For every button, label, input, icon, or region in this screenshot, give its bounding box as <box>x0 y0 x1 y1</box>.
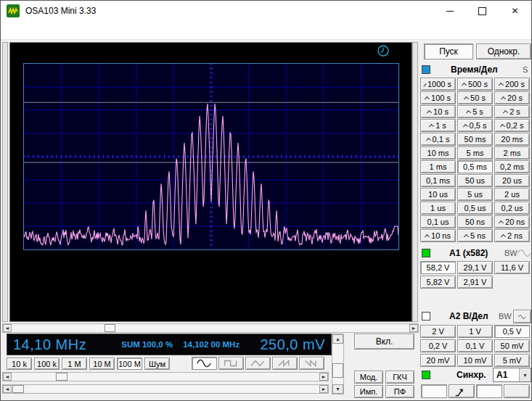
a1-gain-button[interactable]: 5,82 V <box>420 276 456 289</box>
sine-wave-button[interactable] <box>192 357 217 370</box>
close-button[interactable]: ✕ <box>499 1 531 21</box>
maximize-button[interactable] <box>466 1 499 21</box>
timebase-button[interactable]: 1 us <box>420 202 456 215</box>
timebase-button[interactable]: 0,5 us <box>457 202 493 215</box>
sync-button[interactable] <box>504 384 530 398</box>
timebase-button[interactable]: 2 ns <box>494 229 530 242</box>
sync-button[interactable] <box>421 384 447 398</box>
sync-checkbox[interactable] <box>422 371 430 379</box>
sync-source-dropdown[interactable]: A1 ▼ <box>493 368 531 382</box>
a2-volts-button[interactable]: 10 mV <box>457 354 493 367</box>
menu-item[interactable] <box>30 28 43 33</box>
single-shot-button[interactable]: Однокр. <box>476 44 531 59</box>
timebase-button[interactable]: 0,2 ms <box>494 160 530 173</box>
scroll-left-icon[interactable]: ◄ <box>3 385 12 393</box>
generator-v-scrollbar[interactable]: ▲ ▼ <box>332 334 344 394</box>
mode-button[interactable]: ГКЧ <box>385 371 414 384</box>
timebase-button[interactable]: 0,1 ms <box>420 174 456 187</box>
scope-h-scrollbar[interactable]: ◄ ► <box>2 323 419 333</box>
a2-volts-button[interactable]: 0,1 V <box>457 339 493 352</box>
timebase-button[interactable]: 10 us <box>420 188 456 201</box>
a2-volts-button[interactable]: 0,2 V <box>420 339 456 352</box>
triangle-wave-button[interactable] <box>245 357 271 370</box>
a2-volts-button[interactable]: 2 V <box>420 325 456 338</box>
timebase-button[interactable]: 5 us <box>457 188 493 201</box>
timebase-button[interactable]: 20 ms <box>494 133 530 146</box>
ramp-up-wave-button[interactable] <box>272 357 298 370</box>
a2-bw-button[interactable] <box>513 310 531 323</box>
timebase-button[interactable]: 20 s <box>494 91 530 104</box>
timebase-button[interactable]: 2 s <box>494 105 530 118</box>
timebase-button[interactable]: 50 s <box>457 91 493 104</box>
timebase-button[interactable]: 1 ms <box>420 160 456 173</box>
a1-gain-button[interactable]: 58,2 V <box>420 261 456 274</box>
sync-button[interactable] <box>476 384 502 398</box>
scroll-up-icon[interactable]: ▲ <box>332 334 343 344</box>
timebase-button[interactable]: 2 us <box>494 188 530 201</box>
a1-gain-button[interactable]: 2,91 V <box>457 276 493 289</box>
range-button[interactable]: 10 M <box>89 357 115 370</box>
timebase-button[interactable]: 5 s <box>457 105 493 118</box>
timebase-button[interactable]: 0,2 s <box>494 119 530 132</box>
menu-item[interactable] <box>17 28 30 33</box>
timebase-button[interactable]: 1 s <box>420 119 456 132</box>
timebase-button[interactable]: 500 s <box>457 78 493 91</box>
menu-item[interactable] <box>43 28 56 33</box>
timebase-button[interactable]: 0,1 us <box>420 215 456 228</box>
a2-checkbox[interactable] <box>422 312 430 321</box>
scroll-right-icon[interactable]: ► <box>319 373 328 381</box>
timebase-button[interactable]: 50 us <box>457 174 493 187</box>
a1-gain-button[interactable]: 11,6 V <box>494 261 530 274</box>
chevron-down-icon[interactable]: ▼ <box>519 368 531 381</box>
timebase-button[interactable]: 5 ms <box>457 146 493 160</box>
square-wave-button[interactable] <box>218 357 244 370</box>
scroll-down-icon[interactable]: ▼ <box>332 384 343 394</box>
scroll-right-icon[interactable]: ► <box>319 385 328 393</box>
timebase-button[interactable]: 1000 s <box>420 78 456 91</box>
a1-gain-button[interactable]: 29,1 V <box>457 261 493 274</box>
generator-frequency-thumb[interactable] <box>56 373 67 381</box>
timebase-button[interactable]: 0,1 s <box>420 133 456 146</box>
minimize-button[interactable] <box>433 1 466 21</box>
timebase-button[interactable]: 100 s <box>420 91 456 104</box>
left-level-trackbar[interactable] <box>2 42 8 322</box>
a2-volts-button[interactable]: 50 mV <box>494 339 530 352</box>
mode-button[interactable]: Мод. <box>354 371 383 384</box>
generator-amplitude-scrollbar[interactable]: ◄ ► <box>2 384 329 394</box>
a2-volts-button[interactable]: 5 mV <box>494 354 530 367</box>
scope-h-scrollbar-thumb[interactable] <box>105 324 115 332</box>
scroll-left-icon[interactable]: ◄ <box>3 373 12 381</box>
fft-plot[interactable] <box>23 63 399 250</box>
timebase-button[interactable]: 0,5 ms <box>457 160 493 173</box>
generator-v-thumb[interactable] <box>332 363 343 378</box>
mode-button[interactable]: Имп. <box>354 385 383 398</box>
scroll-right-icon[interactable]: ► <box>409 324 418 332</box>
timebase-button[interactable]: 50 ns <box>457 215 493 228</box>
a1-checkbox[interactable] <box>422 249 430 257</box>
timebase-button[interactable]: 20 ns <box>494 215 530 228</box>
range-button[interactable]: 100 M <box>117 357 142 370</box>
a2-volts-button[interactable]: 1 V <box>457 325 493 338</box>
timebase-checkbox[interactable] <box>422 65 430 74</box>
run-button[interactable]: Пуск <box>424 44 473 59</box>
range-button[interactable]: Шум <box>144 357 170 370</box>
timebase-button[interactable]: 10 s <box>420 105 456 118</box>
trigger-slope-button[interactable] <box>449 384 475 398</box>
range-button[interactable]: 1 M <box>62 357 87 370</box>
timebase-button[interactable]: 0,5 s <box>457 119 493 132</box>
timebase-button[interactable]: 0,2 us <box>494 202 530 215</box>
timebase-button[interactable]: 200 s <box>494 78 530 91</box>
menu-item[interactable] <box>4 28 17 33</box>
timebase-button[interactable]: 2 ms <box>494 146 530 160</box>
generator-amplitude-thumb[interactable] <box>12 385 24 393</box>
a2-volts-button[interactable]: 0,5 V <box>494 325 530 338</box>
ramp-down-wave-button[interactable] <box>299 357 324 370</box>
a2-volts-button[interactable]: 20 mV <box>420 354 456 367</box>
timebase-button[interactable]: 50 ms <box>457 133 493 146</box>
generator-frequency-scrollbar[interactable]: ◄ ► <box>2 372 329 381</box>
timebase-button[interactable]: 10 ms <box>420 146 456 160</box>
menu-item[interactable] <box>56 28 69 33</box>
scroll-left-icon[interactable]: ◄ <box>3 324 12 332</box>
timebase-button[interactable]: 10 ns <box>420 229 456 242</box>
generator-enable-button[interactable]: Вкл. <box>354 334 414 350</box>
